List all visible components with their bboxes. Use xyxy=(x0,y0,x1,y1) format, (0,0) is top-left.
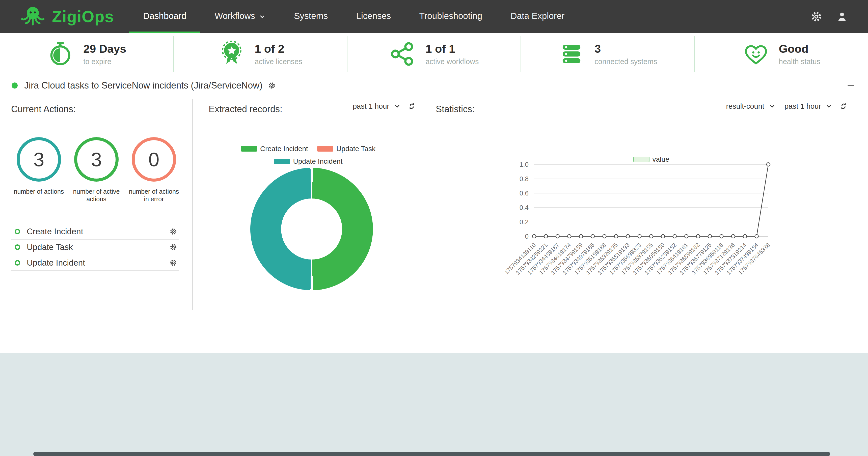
counter-value: 3 xyxy=(33,148,44,171)
workflow-title: Jira Cloud tasks to ServiceNow incidents… xyxy=(24,80,262,91)
legend-label: Create Incident xyxy=(260,145,308,153)
brand[interactable]: ZigiOps xyxy=(0,0,114,33)
counter-value: 0 xyxy=(148,148,159,171)
statistics-panel: Statistics: result-count past 1 hour val… xyxy=(424,104,868,311)
svg-text:1.0: 1.0 xyxy=(520,161,529,168)
extracted-records-title: Extracted records: xyxy=(209,104,282,115)
current-actions-panel: Current Actions: 3 number of actions 3 n… xyxy=(11,104,182,271)
stat-value: 1 of 1 xyxy=(426,42,479,56)
nav-item-data-explorer[interactable]: Data Explorer xyxy=(496,0,579,33)
nav-item-dashboard[interactable]: Dashboard xyxy=(129,0,200,33)
workflow-nodes-icon xyxy=(389,41,416,67)
nav-item-systems[interactable]: Systems xyxy=(280,0,342,33)
legend-row: Update Incident xyxy=(271,157,345,165)
legend-swatch xyxy=(241,146,257,152)
systems-stack-icon xyxy=(558,41,585,67)
workflow-settings-icon[interactable] xyxy=(268,82,276,89)
svg-text:0.4: 0.4 xyxy=(520,204,529,211)
nav-menu: Dashboard Workflows Systems Licenses Tro… xyxy=(129,0,579,33)
counter-ring: 3 xyxy=(17,137,61,182)
nav-label: Workflows xyxy=(215,11,255,21)
extracted-records-filters: past 1 hour xyxy=(353,102,416,110)
license-badge-icon xyxy=(218,41,245,67)
stat-label: to expire xyxy=(83,58,126,66)
bottom-panel xyxy=(0,353,868,456)
chevron-down-icon[interactable] xyxy=(825,102,833,110)
stat-license-expiry: 29 Days to expire xyxy=(0,36,174,72)
stats-bar: 29 Days to expire 1 of 2 active licenses… xyxy=(0,33,868,75)
action-settings-icon[interactable] xyxy=(169,243,177,251)
action-counters: 3 number of actions 3 number of active a… xyxy=(11,137,182,203)
counter-number-of-actions: 3 number of actions xyxy=(11,137,67,203)
time-filter-dropdown[interactable]: past 1 hour xyxy=(353,102,389,110)
nav-label: Licenses xyxy=(356,11,391,21)
extracted-records-panel: Extracted records: past 1 hour Create In… xyxy=(193,104,424,311)
svg-text:0.8: 0.8 xyxy=(520,175,529,183)
legend-swatch xyxy=(317,146,333,152)
nav-label: Systems xyxy=(294,11,328,21)
nav-label: Data Explorer xyxy=(510,11,564,21)
statistics-line-chart: 00.20.40.60.81.0175793413911017579342592… xyxy=(424,161,868,302)
extracted-records-donut-chart xyxy=(250,168,373,290)
current-actions-title: Current Actions: xyxy=(11,104,182,115)
action-row-create-incident[interactable]: Create Incident xyxy=(11,224,179,239)
settings-gear-icon[interactable] xyxy=(810,11,822,23)
counter-label: number of active actions xyxy=(69,188,124,203)
stat-label: active workflows xyxy=(426,58,479,66)
stat-label: health status xyxy=(779,58,820,66)
action-row-update-task[interactable]: Update Task xyxy=(11,239,179,255)
svg-text:0: 0 xyxy=(525,232,529,240)
chevron-down-icon[interactable] xyxy=(768,102,776,110)
zigiops-logo-icon xyxy=(20,4,45,29)
legend-row: Create Incident Update Task xyxy=(239,145,378,153)
action-row-update-incident[interactable]: Update Incident xyxy=(11,255,179,271)
section-divider xyxy=(0,320,868,320)
svg-text:0.6: 0.6 xyxy=(520,189,529,197)
nav-item-workflows[interactable]: Workflows xyxy=(200,0,280,33)
user-profile-icon[interactable] xyxy=(836,11,848,23)
metric-filter-dropdown[interactable]: result-count xyxy=(726,102,764,110)
health-heart-icon xyxy=(743,41,769,67)
action-label: Create Incident xyxy=(27,227,83,236)
stat-value: 1 of 2 xyxy=(255,42,302,56)
action-settings-icon[interactable] xyxy=(169,259,177,267)
stat-value: Good xyxy=(779,42,820,56)
action-status-icon xyxy=(14,260,20,266)
stat-value: 3 xyxy=(594,42,657,56)
legend-label: Update Task xyxy=(336,145,375,153)
counter-ring: 3 xyxy=(74,137,119,182)
refresh-icon[interactable] xyxy=(839,102,848,110)
nav-label: Troubleshooting xyxy=(420,11,483,21)
action-settings-icon[interactable] xyxy=(169,228,177,235)
stat-label: connected systems xyxy=(594,58,657,66)
stopwatch-icon xyxy=(47,41,74,67)
nav-item-troubleshooting[interactable]: Troubleshooting xyxy=(405,0,497,33)
stat-connected-systems: 3 connected systems xyxy=(521,36,695,72)
statistics-title: Statistics: xyxy=(436,104,475,115)
counter-ring: 0 xyxy=(132,137,176,182)
collapse-panel-icon[interactable]: − xyxy=(845,79,857,92)
top-nav: ZigiOps Dashboard Workflows Systems Lice… xyxy=(0,0,868,33)
counter-label: number of actions in error xyxy=(126,188,182,203)
counter-active-actions: 3 number of active actions xyxy=(69,137,124,203)
counter-value: 3 xyxy=(91,148,102,171)
chevron-down-icon xyxy=(259,11,266,20)
legend-item-create-incident: Create Incident xyxy=(241,145,308,153)
nav-label: Dashboard xyxy=(143,11,186,21)
action-list: Create Incident Update Task Update Incid… xyxy=(11,224,179,271)
time-filter-dropdown[interactable]: past 1 hour xyxy=(784,102,821,110)
counter-label: number of actions xyxy=(14,188,64,195)
stat-health-status: Good health status xyxy=(695,36,868,72)
chevron-down-icon[interactable] xyxy=(393,102,401,110)
refresh-icon[interactable] xyxy=(407,102,416,110)
stat-label: active licenses xyxy=(255,58,302,66)
zigiops-dashboard: ZigiOps Dashboard Workflows Systems Lice… xyxy=(0,0,868,456)
svg-text:0.2: 0.2 xyxy=(520,218,529,226)
horizontal-scrollbar[interactable] xyxy=(33,452,830,456)
nav-item-licenses[interactable]: Licenses xyxy=(342,0,405,33)
legend-item-update-incident: Update Incident xyxy=(274,157,342,165)
action-label: Update Incident xyxy=(27,258,85,268)
legend-swatch xyxy=(274,159,290,164)
action-status-icon xyxy=(14,245,20,250)
legend-item-update-task: Update Task xyxy=(317,145,375,153)
